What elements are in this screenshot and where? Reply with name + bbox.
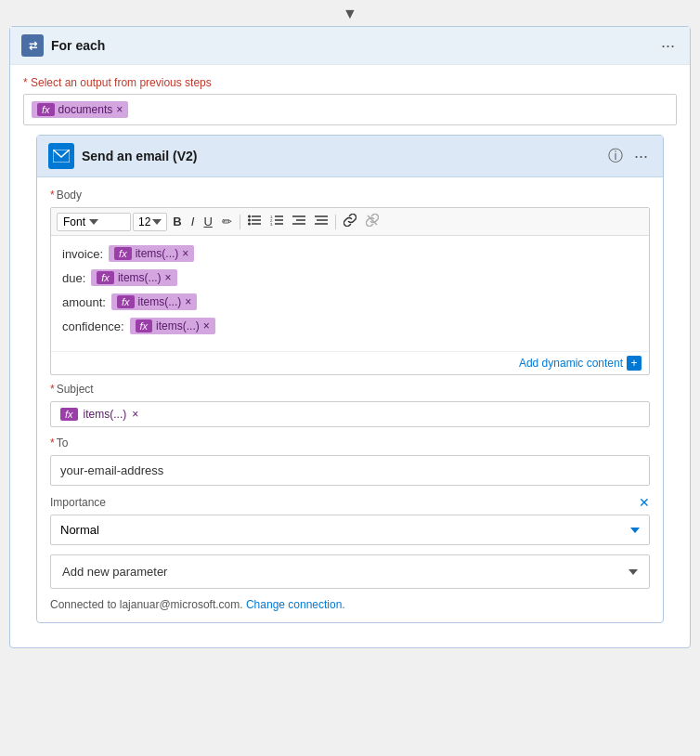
foreach-body: * Select an output from previous steps f… — [10, 65, 690, 647]
connected-text: Connected to lajanuar@microsoft.com. Cha… — [50, 598, 650, 611]
link-button[interactable] — [340, 212, 360, 231]
font-size-select[interactable]: 12 — [133, 213, 167, 231]
amount-row: amount: fx items(...) × — [62, 293, 638, 310]
invoice-tag: fx items(...) × — [109, 245, 194, 262]
email-ellipsis-button[interactable]: ··· — [630, 147, 652, 166]
svg-line-19 — [368, 215, 377, 225]
ordered-list-button[interactable]: 1.2.3. — [266, 213, 287, 230]
add-param-section[interactable]: Add new parameter — [50, 554, 650, 589]
font-label: Font — [63, 215, 85, 228]
unlink-button[interactable] — [362, 212, 382, 231]
invoice-label: invoice: — [62, 247, 103, 261]
email-header-left: Send an email (V2) — [48, 143, 197, 169]
subject-tag-close[interactable]: × — [132, 409, 138, 420]
to-section-label: *To — [50, 437, 650, 450]
confidence-tag-text: items(...) — [156, 319, 200, 332]
due-tag: fx items(...) × — [91, 269, 176, 286]
email-icon — [48, 143, 74, 169]
invoice-tag-text: items(...) — [136, 247, 179, 260]
add-dynamic-button[interactable]: Add dynamic content + — [519, 356, 642, 371]
bold-button[interactable]: B — [169, 213, 185, 230]
info-button[interactable]: ⓘ — [608, 147, 623, 166]
add-dynamic-row: Add dynamic content + — [51, 351, 649, 374]
invoice-row: invoice: fx items(...) × — [62, 245, 638, 262]
to-value: your-email-address — [60, 463, 163, 477]
foreach-header-left: ⇄ For each — [21, 34, 105, 57]
subject-tag-text: items(...) — [84, 408, 127, 421]
editor-toolbar: Font 12 B I U ✏ — [51, 208, 649, 236]
amount-tag-close[interactable]: × — [185, 296, 191, 307]
select-output-label: * Select an output from previous steps — [23, 76, 677, 89]
svg-text:3.: 3. — [270, 222, 273, 227]
top-arrow-icon: ▼ — [0, 0, 700, 26]
subject-input[interactable]: fx items(...) × — [50, 401, 650, 427]
importance-chevron-icon — [630, 528, 640, 533]
documents-tag-fx: fx — [37, 103, 55, 116]
due-tag-fx: fx — [97, 271, 114, 284]
foreach-title: For each — [51, 38, 105, 53]
importance-label: Importance — [50, 496, 106, 509]
documents-tag-close[interactable]: × — [116, 104, 123, 115]
svg-point-6 — [248, 223, 251, 226]
foreach-icon: ⇄ — [21, 34, 44, 57]
add-param-label: Add new parameter — [62, 565, 167, 579]
italic-button[interactable]: I — [188, 213, 199, 230]
subject-tag-fx: fx — [60, 408, 78, 421]
email-header-right: ⓘ ··· — [608, 147, 652, 166]
importance-section: Importance ✕ Normal — [50, 495, 650, 545]
body-editor[interactable]: Font 12 B I U ✏ — [50, 207, 650, 375]
due-tag-text: items(...) — [118, 271, 162, 284]
confidence-tag-fx: fx — [136, 319, 153, 332]
documents-tag: fx documents × — [32, 101, 128, 118]
bullet-list-button[interactable] — [244, 213, 265, 230]
email-header: Send an email (V2) ⓘ ··· — [37, 136, 663, 177]
subject-section-label: *Subject — [50, 383, 650, 396]
amount-label: amount: — [62, 295, 106, 309]
add-dynamic-plus-icon: + — [627, 356, 642, 371]
amount-tag-text: items(...) — [138, 295, 182, 308]
add-param-chevron-icon — [629, 569, 638, 575]
font-size-value: 12 — [138, 215, 150, 228]
importance-clear-button[interactable]: ✕ — [639, 495, 650, 510]
indent-right-button[interactable] — [311, 213, 331, 230]
foreach-header: ⇄ For each ··· — [10, 27, 690, 65]
indent-left-button[interactable] — [289, 213, 309, 230]
connected-info: Connected to lajanuar@microsoft.com. — [50, 598, 243, 611]
foreach-ellipsis-button[interactable]: ··· — [657, 36, 679, 56]
body-section-label: *Body — [50, 189, 650, 202]
due-tag-close[interactable]: × — [165, 272, 172, 283]
importance-select[interactable]: Normal — [50, 515, 650, 545]
foreach-container: ⇄ For each ··· * Select an output from p… — [9, 26, 691, 648]
email-body: *Body Font 12 B I U — [37, 177, 663, 622]
confidence-tag: fx items(...) × — [130, 318, 215, 334]
toolbar-separator-2 — [335, 215, 336, 229]
importance-value: Normal — [60, 523, 99, 537]
font-select[interactable]: Font — [57, 213, 131, 231]
svg-point-4 — [248, 215, 251, 218]
confidence-tag-close[interactable]: × — [203, 320, 210, 332]
confidence-label: confidence: — [62, 319, 124, 333]
invoice-tag-close[interactable]: × — [182, 248, 188, 259]
add-dynamic-label: Add dynamic content — [519, 357, 623, 370]
due-row: due: fx items(...) × — [62, 269, 638, 286]
confidence-row: confidence: fx items(...) × — [62, 318, 638, 334]
font-chevron-icon — [89, 219, 98, 225]
invoice-tag-fx: fx — [114, 247, 132, 260]
toolbar-separator-1 — [240, 215, 240, 229]
change-connection-link[interactable]: Change connection. — [246, 598, 345, 611]
amount-tag: fx items(...) × — [111, 293, 197, 310]
select-output-input[interactable]: fx documents × — [23, 94, 677, 125]
underline-button[interactable]: U — [200, 213, 215, 230]
email-card: Send an email (V2) ⓘ ··· *Body — [36, 135, 664, 623]
to-input[interactable]: your-email-address — [50, 455, 650, 486]
font-size-chevron-icon — [152, 219, 162, 225]
due-label: due: — [62, 271, 85, 285]
editor-content[interactable]: invoice: fx items(...) × due: fx — [51, 236, 649, 351]
documents-tag-text: documents — [58, 103, 113, 116]
email-title: Send an email (V2) — [82, 149, 197, 163]
importance-header: Importance ✕ — [50, 495, 650, 510]
pen-button[interactable]: ✏ — [218, 213, 236, 230]
svg-point-5 — [248, 219, 251, 222]
amount-tag-fx: fx — [117, 295, 135, 308]
